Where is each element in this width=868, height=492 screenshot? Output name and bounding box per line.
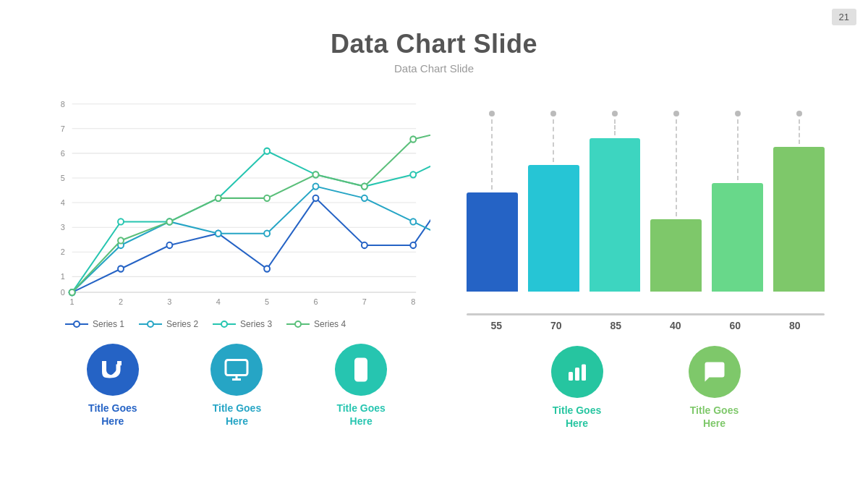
svg-point-58 [313,171,319,177]
svg-text:5: 5 [265,297,269,305]
icon-circle-5 [689,346,741,398]
bar-dot [612,111,618,116]
svg-point-27 [118,266,124,271]
svg-rect-77 [582,365,586,381]
svg-point-63 [74,321,80,327]
icon-item-3: Title GoesHere [318,344,404,428]
monitor-icon [224,357,250,383]
legend-label-4: Series 4 [314,319,346,329]
bar-label-3: 85 [586,320,646,331]
svg-point-48 [264,148,270,154]
icon-circle-3 [335,344,387,396]
svg-text:6: 6 [313,297,318,305]
bar-dashed-line [553,119,554,162]
svg-text:4: 4 [61,198,65,207]
bar-label-4: 40 [646,320,706,331]
svg-point-56 [216,195,221,201]
bar-dot [673,111,679,116]
icons-row-right: Title GoesHere Title GoesHere [452,346,839,430]
svg-text:2: 2 [119,297,123,305]
svg-point-53 [69,289,75,295]
slide-header: Data Chart Slide Data Chart Slide [0,0,868,82]
bar-dashed-line [676,119,677,216]
svg-text:4: 4 [216,297,221,305]
svg-point-41 [362,195,367,201]
svg-point-33 [410,242,416,248]
slide-subtitle: Data Chart Slide [0,62,868,75]
bar-dot [489,111,495,116]
bar-item-3 [590,111,641,292]
icon-label-2: Title GoesHere [213,402,261,428]
icon-item-1: Title GoesHere [69,344,156,428]
svg-point-60 [410,136,416,142]
content-area: 8 7 6 5 4 3 2 1 0 1 2 3 4 5 6 7 8 [0,82,868,430]
icon-label-1: Title GoesHere [88,402,137,428]
icons-row-left: Title GoesHere Title GoesHere [43,344,430,428]
svg-text:2: 2 [61,247,65,256]
svg-point-30 [264,266,270,271]
bar-rect [650,219,702,292]
bar-rect [590,138,641,292]
svg-point-39 [264,231,270,237]
svg-text:0: 0 [61,288,65,297]
bar-item-5 [712,111,763,292]
svg-point-67 [221,321,227,327]
legend-series3: Series 3 [213,319,272,329]
icon-item-2: Title GoesHere [193,344,280,428]
bar-item-2 [528,111,579,292]
legend-label-2: Series 2 [166,319,198,329]
bar-dot [796,111,802,116]
svg-text:5: 5 [61,174,65,182]
chat-icon [702,359,728,385]
svg-point-65 [148,321,153,327]
bar-rect [467,192,518,292]
magnet-icon [100,357,126,383]
svg-point-38 [216,231,221,237]
svg-rect-75 [569,372,573,381]
legend-label-1: Series 1 [93,319,124,329]
bar-dot [550,111,556,116]
bar-dashed-line [737,119,739,180]
svg-text:8: 8 [61,100,65,109]
icon-label-5: Title GoesHere [690,404,739,430]
svg-point-42 [410,219,416,224]
svg-point-55 [166,219,172,224]
icon-item-4: Title GoesHere [530,346,624,430]
bar-item-1 [467,111,518,292]
svg-rect-70 [226,360,247,376]
icon-label-4: Title GoesHere [553,404,601,430]
svg-point-32 [362,242,367,248]
svg-point-40 [313,183,319,189]
svg-point-28 [166,242,172,248]
bar-rect [712,183,763,292]
left-panel: 8 7 6 5 4 3 2 1 0 1 2 3 4 5 6 7 8 [43,89,430,430]
svg-point-45 [118,219,124,224]
bar-label-5: 60 [705,320,765,331]
icon-circle-1 [87,344,139,396]
icon-circle-2 [210,344,263,396]
slide-number: 21 [832,9,856,25]
bar-dashed-line [614,119,616,135]
svg-point-59 [362,183,367,189]
bar-rect [528,165,579,292]
bar-item-6 [773,111,825,292]
icon-label-3: Title GoesHere [336,402,385,428]
svg-text:3: 3 [167,297,171,305]
svg-text:1: 1 [61,272,65,281]
legend-series2: Series 2 [139,319,198,329]
line-chart: 8 7 6 5 4 3 2 1 0 1 2 3 4 5 6 7 8 [43,89,430,313]
legend-series4: Series 4 [286,319,346,329]
bar-label-6: 80 [765,320,825,331]
svg-text:7: 7 [61,124,65,133]
svg-text:7: 7 [362,297,367,305]
svg-text:3: 3 [61,223,65,232]
svg-text:6: 6 [61,149,65,158]
icon-item-5: Title GoesHere [668,346,762,430]
svg-point-51 [410,171,416,177]
mobile-icon [348,357,374,383]
bar-dot [735,111,741,116]
svg-point-57 [264,195,270,201]
right-panel: 557085406080 Title GoesHere [452,89,839,430]
chart-legend: Series 1 Series 2 Series 3 [65,319,430,329]
bar-rect [773,147,825,292]
